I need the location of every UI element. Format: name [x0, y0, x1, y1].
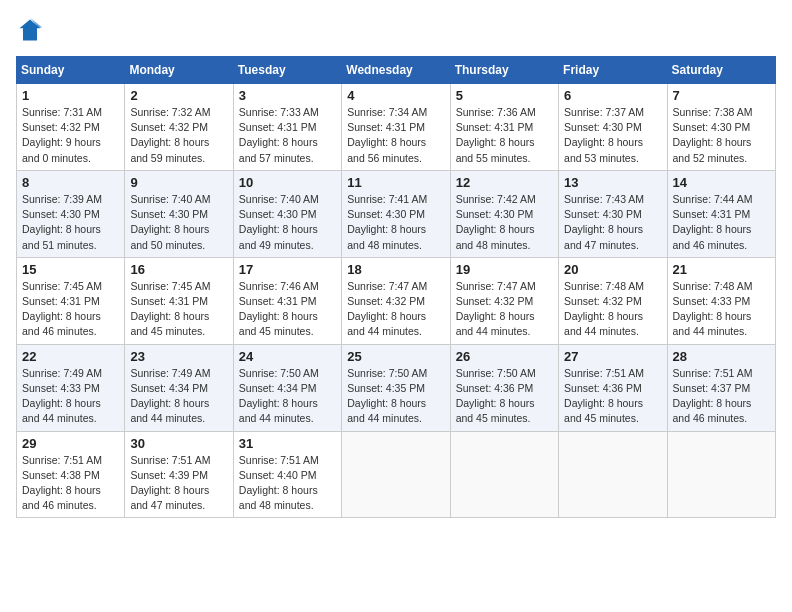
- weekday-header-sunday: Sunday: [17, 57, 125, 84]
- calendar-cell: 15Sunrise: 7:45 AMSunset: 4:31 PMDayligh…: [17, 257, 125, 344]
- calendar-cell: 31Sunrise: 7:51 AMSunset: 4:40 PMDayligh…: [233, 431, 341, 518]
- day-info: Sunrise: 7:48 AMSunset: 4:32 PMDaylight:…: [564, 279, 661, 340]
- day-info: Sunrise: 7:39 AMSunset: 4:30 PMDaylight:…: [22, 192, 119, 253]
- day-info: Sunrise: 7:50 AMSunset: 4:34 PMDaylight:…: [239, 366, 336, 427]
- logo-icon: [16, 16, 44, 44]
- weekday-header-monday: Monday: [125, 57, 233, 84]
- calendar-cell: 21Sunrise: 7:48 AMSunset: 4:33 PMDayligh…: [667, 257, 775, 344]
- day-number: 12: [456, 175, 553, 190]
- day-info: Sunrise: 7:47 AMSunset: 4:32 PMDaylight:…: [347, 279, 444, 340]
- day-number: 25: [347, 349, 444, 364]
- day-number: 18: [347, 262, 444, 277]
- day-info: Sunrise: 7:40 AMSunset: 4:30 PMDaylight:…: [239, 192, 336, 253]
- day-info: Sunrise: 7:46 AMSunset: 4:31 PMDaylight:…: [239, 279, 336, 340]
- calendar-cell: 27Sunrise: 7:51 AMSunset: 4:36 PMDayligh…: [559, 344, 667, 431]
- calendar-cell: 8Sunrise: 7:39 AMSunset: 4:30 PMDaylight…: [17, 170, 125, 257]
- calendar-cell: 14Sunrise: 7:44 AMSunset: 4:31 PMDayligh…: [667, 170, 775, 257]
- weekday-header-wednesday: Wednesday: [342, 57, 450, 84]
- day-info: Sunrise: 7:51 AMSunset: 4:39 PMDaylight:…: [130, 453, 227, 514]
- day-number: 3: [239, 88, 336, 103]
- day-number: 13: [564, 175, 661, 190]
- day-number: 8: [22, 175, 119, 190]
- calendar-cell: 20Sunrise: 7:48 AMSunset: 4:32 PMDayligh…: [559, 257, 667, 344]
- calendar-cell: [667, 431, 775, 518]
- day-number: 16: [130, 262, 227, 277]
- calendar-cell: 28Sunrise: 7:51 AMSunset: 4:37 PMDayligh…: [667, 344, 775, 431]
- calendar-cell: 29Sunrise: 7:51 AMSunset: 4:38 PMDayligh…: [17, 431, 125, 518]
- day-number: 7: [673, 88, 770, 103]
- day-number: 10: [239, 175, 336, 190]
- day-info: Sunrise: 7:32 AMSunset: 4:32 PMDaylight:…: [130, 105, 227, 166]
- calendar-cell: 5Sunrise: 7:36 AMSunset: 4:31 PMDaylight…: [450, 84, 558, 171]
- day-number: 27: [564, 349, 661, 364]
- page-header: [16, 16, 776, 44]
- day-info: Sunrise: 7:49 AMSunset: 4:34 PMDaylight:…: [130, 366, 227, 427]
- day-number: 31: [239, 436, 336, 451]
- calendar-cell: [559, 431, 667, 518]
- day-info: Sunrise: 7:49 AMSunset: 4:33 PMDaylight:…: [22, 366, 119, 427]
- day-number: 9: [130, 175, 227, 190]
- day-number: 14: [673, 175, 770, 190]
- day-info: Sunrise: 7:40 AMSunset: 4:30 PMDaylight:…: [130, 192, 227, 253]
- day-info: Sunrise: 7:45 AMSunset: 4:31 PMDaylight:…: [130, 279, 227, 340]
- calendar-cell: 6Sunrise: 7:37 AMSunset: 4:30 PMDaylight…: [559, 84, 667, 171]
- calendar-cell: 10Sunrise: 7:40 AMSunset: 4:30 PMDayligh…: [233, 170, 341, 257]
- day-number: 20: [564, 262, 661, 277]
- day-info: Sunrise: 7:45 AMSunset: 4:31 PMDaylight:…: [22, 279, 119, 340]
- calendar-cell: 25Sunrise: 7:50 AMSunset: 4:35 PMDayligh…: [342, 344, 450, 431]
- calendar-cell: 11Sunrise: 7:41 AMSunset: 4:30 PMDayligh…: [342, 170, 450, 257]
- day-number: 4: [347, 88, 444, 103]
- day-number: 21: [673, 262, 770, 277]
- day-number: 11: [347, 175, 444, 190]
- calendar-cell: 18Sunrise: 7:47 AMSunset: 4:32 PMDayligh…: [342, 257, 450, 344]
- day-number: 17: [239, 262, 336, 277]
- day-info: Sunrise: 7:47 AMSunset: 4:32 PMDaylight:…: [456, 279, 553, 340]
- calendar-cell: 30Sunrise: 7:51 AMSunset: 4:39 PMDayligh…: [125, 431, 233, 518]
- calendar-cell: 16Sunrise: 7:45 AMSunset: 4:31 PMDayligh…: [125, 257, 233, 344]
- day-number: 24: [239, 349, 336, 364]
- calendar-cell: 22Sunrise: 7:49 AMSunset: 4:33 PMDayligh…: [17, 344, 125, 431]
- day-info: Sunrise: 7:50 AMSunset: 4:35 PMDaylight:…: [347, 366, 444, 427]
- calendar-cell: 26Sunrise: 7:50 AMSunset: 4:36 PMDayligh…: [450, 344, 558, 431]
- calendar-cell: 9Sunrise: 7:40 AMSunset: 4:30 PMDaylight…: [125, 170, 233, 257]
- day-number: 6: [564, 88, 661, 103]
- svg-marker-0: [20, 20, 41, 41]
- day-info: Sunrise: 7:51 AMSunset: 4:37 PMDaylight:…: [673, 366, 770, 427]
- calendar-week-3: 15Sunrise: 7:45 AMSunset: 4:31 PMDayligh…: [17, 257, 776, 344]
- weekday-header-friday: Friday: [559, 57, 667, 84]
- day-info: Sunrise: 7:42 AMSunset: 4:30 PMDaylight:…: [456, 192, 553, 253]
- day-number: 29: [22, 436, 119, 451]
- calendar-week-4: 22Sunrise: 7:49 AMSunset: 4:33 PMDayligh…: [17, 344, 776, 431]
- calendar-cell: 17Sunrise: 7:46 AMSunset: 4:31 PMDayligh…: [233, 257, 341, 344]
- day-info: Sunrise: 7:51 AMSunset: 4:40 PMDaylight:…: [239, 453, 336, 514]
- calendar-cell: 12Sunrise: 7:42 AMSunset: 4:30 PMDayligh…: [450, 170, 558, 257]
- weekday-header-saturday: Saturday: [667, 57, 775, 84]
- calendar-cell: 24Sunrise: 7:50 AMSunset: 4:34 PMDayligh…: [233, 344, 341, 431]
- day-number: 2: [130, 88, 227, 103]
- calendar-cell: 4Sunrise: 7:34 AMSunset: 4:31 PMDaylight…: [342, 84, 450, 171]
- day-number: 28: [673, 349, 770, 364]
- day-info: Sunrise: 7:44 AMSunset: 4:31 PMDaylight:…: [673, 192, 770, 253]
- weekday-header-thursday: Thursday: [450, 57, 558, 84]
- calendar-week-2: 8Sunrise: 7:39 AMSunset: 4:30 PMDaylight…: [17, 170, 776, 257]
- calendar-week-1: 1Sunrise: 7:31 AMSunset: 4:32 PMDaylight…: [17, 84, 776, 171]
- weekday-header-tuesday: Tuesday: [233, 57, 341, 84]
- day-info: Sunrise: 7:51 AMSunset: 4:36 PMDaylight:…: [564, 366, 661, 427]
- day-number: 26: [456, 349, 553, 364]
- day-number: 15: [22, 262, 119, 277]
- day-info: Sunrise: 7:48 AMSunset: 4:33 PMDaylight:…: [673, 279, 770, 340]
- calendar-cell: 2Sunrise: 7:32 AMSunset: 4:32 PMDaylight…: [125, 84, 233, 171]
- day-info: Sunrise: 7:33 AMSunset: 4:31 PMDaylight:…: [239, 105, 336, 166]
- day-number: 5: [456, 88, 553, 103]
- calendar-week-5: 29Sunrise: 7:51 AMSunset: 4:38 PMDayligh…: [17, 431, 776, 518]
- calendar-table: SundayMondayTuesdayWednesdayThursdayFrid…: [16, 56, 776, 518]
- day-info: Sunrise: 7:50 AMSunset: 4:36 PMDaylight:…: [456, 366, 553, 427]
- day-number: 22: [22, 349, 119, 364]
- day-info: Sunrise: 7:31 AMSunset: 4:32 PMDaylight:…: [22, 105, 119, 166]
- day-info: Sunrise: 7:37 AMSunset: 4:30 PMDaylight:…: [564, 105, 661, 166]
- day-number: 19: [456, 262, 553, 277]
- day-info: Sunrise: 7:51 AMSunset: 4:38 PMDaylight:…: [22, 453, 119, 514]
- day-info: Sunrise: 7:38 AMSunset: 4:30 PMDaylight:…: [673, 105, 770, 166]
- day-info: Sunrise: 7:36 AMSunset: 4:31 PMDaylight:…: [456, 105, 553, 166]
- calendar-cell: 19Sunrise: 7:47 AMSunset: 4:32 PMDayligh…: [450, 257, 558, 344]
